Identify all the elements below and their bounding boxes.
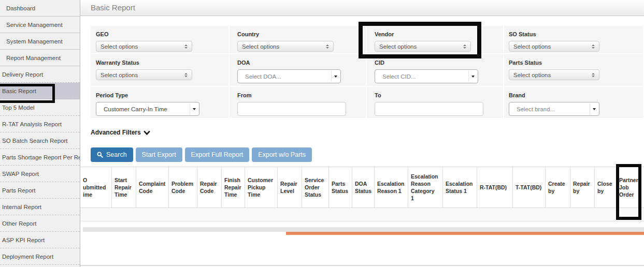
from-input[interactable] xyxy=(237,102,346,116)
advanced-filters-label: Advanced Filters xyxy=(91,129,141,136)
action-buttons: SearchStart ExportExport Full ReportExpo… xyxy=(91,147,312,162)
advanced-filters-toggle[interactable]: Advanced Filters xyxy=(91,129,150,136)
column-header-label: Escalation Reason 1 xyxy=(377,180,405,195)
multiselect-value: Select options xyxy=(513,72,551,78)
column-header-label: Repair by xyxy=(573,180,592,195)
so-status-multiselect[interactable]: Select options xyxy=(509,41,599,52)
sidebar-item-delivery-report[interactable]: Delivery Report xyxy=(0,66,80,83)
multiselect-value: Select options xyxy=(101,43,138,50)
column-header-label: Repair Code xyxy=(200,180,219,195)
updown-caret-icon xyxy=(184,73,188,77)
column-header-r-tat-bd: R-TAT(BD) xyxy=(477,167,513,207)
filter-to: To xyxy=(367,87,503,118)
sidebar-item-r-tat-analysis-report[interactable]: R-TAT Analysis Report xyxy=(0,116,80,132)
updown-caret-icon xyxy=(184,44,188,49)
sidebar-item-deployment-report[interactable]: Deployment Report xyxy=(0,248,80,265)
column-header-label: Partner Job Order xyxy=(619,176,638,199)
filter-label-brand: Brand xyxy=(509,92,643,98)
warranty-status-multiselect[interactable]: Select options xyxy=(96,69,192,80)
sidebar-item-label: Internal Report xyxy=(2,204,41,210)
multiselect-value: Select options xyxy=(379,43,417,50)
column-header-repair-level: Repair Level xyxy=(278,167,302,207)
column-header-label: Close by xyxy=(597,180,613,195)
filter-label-geo: GEO xyxy=(96,31,228,37)
filter-label-doa: DOA xyxy=(237,60,366,66)
column-header-label: Customer Pickup Time xyxy=(248,176,275,199)
export-w-o-parts-button[interactable]: Export w/o Parts xyxy=(252,147,312,162)
vendor-multiselect[interactable]: Select options xyxy=(375,41,471,52)
sidebar-item-label: Parts Shortage Report Per Repa xyxy=(2,154,80,160)
sidebar-item-label: R-TAT Analysis Report xyxy=(2,121,62,127)
to-input[interactable] xyxy=(375,102,483,116)
sidebar-item-basic-report[interactable]: Basic Report xyxy=(0,83,80,99)
updown-caret-icon xyxy=(463,44,466,49)
sidebar-item-label: Dashboard xyxy=(6,5,35,11)
filter-country: CountrySelect options xyxy=(230,26,366,53)
report-table: O ubmitted imeStart Repair TimeComplaint… xyxy=(80,167,644,221)
dropdown-arrow-icon xyxy=(590,103,598,114)
sidebar-item-asp-kpi-report[interactable]: ASP KPI Report xyxy=(0,232,80,248)
sidebar-item-so-batch-search-report[interactable]: SO Batch Search Report xyxy=(0,132,80,149)
sidebar-item-service-management[interactable]: Service Management xyxy=(0,17,80,33)
filter-label-so-status: SO Status xyxy=(509,31,643,37)
filter-doa: DOASelect DOA... xyxy=(230,54,366,86)
column-header-close-by: Close by xyxy=(595,167,617,207)
sidebar-item-other-report[interactable]: Other Report xyxy=(0,215,80,232)
column-header-label: Repair Level xyxy=(280,180,299,195)
dropdown-arrow-icon xyxy=(331,71,339,82)
column-header-label: Start Repair Time xyxy=(115,176,133,199)
export-full-report-button[interactable]: Export Full Report xyxy=(185,147,250,162)
sidebar-item-top-5-model[interactable]: Top 5 Model xyxy=(0,99,80,116)
table-header-row: O ubmitted imeStart Repair TimeComplaint… xyxy=(80,167,644,208)
period-type-select[interactable]: Customer Carry-In Time xyxy=(96,102,199,116)
sidebar: DashboardService ManagementSystem Manage… xyxy=(0,0,80,267)
country-multiselect[interactable]: Select options xyxy=(237,41,334,52)
brand-select[interactable]: Select brand... xyxy=(509,102,599,116)
column-header-o-ubmitted-ime: O ubmitted ime xyxy=(80,167,112,207)
dropdown-arrow-icon xyxy=(190,103,198,114)
search-button[interactable]: Search xyxy=(91,147,133,162)
filter-label-warranty-status: Warranty Status xyxy=(96,60,228,66)
horizontal-scrollbar-track[interactable] xyxy=(83,227,644,232)
chevron-down-icon xyxy=(144,130,150,135)
column-header-repair-by: Repair by xyxy=(570,167,595,207)
filter-label-period-type: Period Type xyxy=(96,92,228,98)
sidebar-item-label: Parts Report xyxy=(2,187,36,194)
button-label: Export w/o Parts xyxy=(258,151,306,158)
filter-geo: GEOSelect options xyxy=(91,26,228,53)
cid-select[interactable]: Select CID... xyxy=(375,69,478,83)
sidebar-item-system-management[interactable]: System Management xyxy=(0,33,80,50)
sidebar-item-label: SO Batch Search Report xyxy=(2,138,68,144)
column-header-escalation-reason-category-1: Escalation Reason Category 1 xyxy=(408,167,443,207)
column-header-start-repair-time: Start Repair Time xyxy=(112,167,136,207)
sidebar-item-report-management[interactable]: Report Management xyxy=(0,50,80,66)
filter-label-vendor: Vendor xyxy=(375,31,503,37)
sidebar-item-parts-report[interactable]: Parts Report xyxy=(0,182,80,199)
sidebar-item-label: Basic Report xyxy=(2,88,36,94)
column-header-label: Finish Repair Time xyxy=(224,176,242,199)
combo-value: Customer Carry-In Time xyxy=(104,106,167,112)
start-export-button[interactable]: Start Export xyxy=(136,147,182,162)
sidebar-item-parts-shortage-report-per-repa[interactable]: Parts Shortage Report Per Repa xyxy=(0,149,80,166)
sidebar-item-internal-report[interactable]: Internal Report xyxy=(0,199,80,215)
search-icon xyxy=(97,152,103,158)
doa-select[interactable]: Select DOA... xyxy=(237,69,341,83)
filter-period-type: Period TypeCustomer Carry-In Time xyxy=(91,87,228,118)
column-header-label: Escalation Reason Category 1 xyxy=(411,173,438,202)
column-header-label: T-TAT(BD) xyxy=(516,184,541,191)
column-header-label: Escalation Status 1 xyxy=(446,180,474,195)
parts-status-multiselect[interactable]: Select options xyxy=(509,69,599,80)
filter-vendor: VendorSelect options xyxy=(367,26,503,53)
sidebar-item-label: Other Report xyxy=(2,220,36,227)
sidebar-item-swap-report[interactable]: SWAP Report xyxy=(0,166,80,182)
combo-value: Select CID... xyxy=(382,73,416,80)
column-header-parts-status: Parts Status xyxy=(329,167,352,207)
table-empty-row xyxy=(80,208,644,221)
geo-multiselect[interactable]: Select options xyxy=(96,41,192,52)
column-header-label: Service Order Status xyxy=(305,176,326,199)
column-header-escalation-reason-1: Escalation Reason 1 xyxy=(375,167,408,207)
sidebar-item-dashboard[interactable]: Dashboard xyxy=(0,0,80,17)
column-header-label: DOA Status xyxy=(355,180,371,195)
sidebar-item-label: Top 5 Model xyxy=(2,105,35,111)
sidebar-item-label: SWAP Report xyxy=(2,171,39,177)
